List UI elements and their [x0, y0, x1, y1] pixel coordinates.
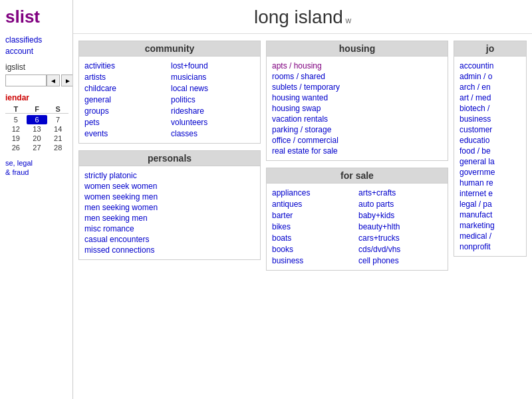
logo: slist [5, 7, 67, 27]
classifieds-link[interactable]: classifieds [5, 35, 67, 45]
personals-missed[interactable]: missed connections [84, 245, 255, 255]
cal-26[interactable]: 26 [5, 143, 27, 152]
personals-men-seeking-men[interactable]: men seeking men [84, 213, 255, 223]
account-link[interactable]: account [5, 47, 67, 56]
job-legal[interactable]: legal / pa [460, 199, 521, 209]
housing-apts[interactable]: apts / housing [272, 61, 442, 71]
cal-row-3: 19 20 21 [5, 134, 68, 143]
job-biotech[interactable]: biotech / [460, 103, 521, 114]
calendar-label: iendar [5, 93, 67, 102]
sale-appliances[interactable]: appliances [272, 188, 356, 198]
housing-office[interactable]: office / commercial [272, 135, 442, 146]
job-arch[interactable]: arch / en [460, 82, 521, 92]
housing-content: apts / housing rooms / shared sublets / … [267, 57, 448, 160]
community-localnews[interactable]: local news [171, 83, 255, 94]
job-education[interactable]: educatio [460, 135, 521, 146]
community-pets[interactable]: pets [84, 117, 168, 128]
legal-link[interactable]: se, legal [5, 159, 67, 167]
forsale-links: appliances arts+crafts antiques auto par… [272, 188, 442, 266]
cal-row-2: 12 13 14 [5, 124, 68, 134]
community-activities[interactable]: activities [84, 61, 168, 71]
community-volunteers[interactable]: volunteers [171, 117, 255, 128]
cal-27[interactable]: 27 [27, 143, 48, 152]
sale-antiques[interactable]: antiques [272, 199, 356, 209]
jobs-content: accountin admin / o arch / en art / med … [454, 57, 527, 257]
sale-books[interactable]: books [272, 244, 356, 255]
cal-14[interactable]: 14 [47, 124, 68, 134]
job-business[interactable]: business [460, 114, 521, 124]
personals-strictly-platonic[interactable]: strictly platonic [84, 170, 255, 181]
jobs-header: jo [454, 41, 527, 57]
prev-button[interactable]: ◄ [47, 74, 60, 86]
job-art[interactable]: art / med [460, 92, 521, 103]
sale-babykids[interactable]: baby+kids [358, 210, 442, 221]
job-accounting[interactable]: accountin [460, 61, 521, 71]
columns: community activities lost+found artists … [73, 34, 532, 396]
personals-misc-romance[interactable]: misc romance [84, 223, 255, 234]
cal-21[interactable]: 21 [47, 134, 68, 143]
community-politics[interactable]: politics [171, 94, 255, 105]
job-food[interactable]: food / be [460, 146, 521, 156]
cal-12[interactable]: 12 [5, 124, 27, 134]
search-input[interactable] [5, 74, 47, 86]
sale-beautyhlth[interactable]: beauty+hlth [358, 221, 442, 232]
housing-swap[interactable]: housing swap [272, 103, 442, 114]
community-childcare[interactable]: childcare [84, 83, 168, 94]
personals-men-seeking-women[interactable]: men seeking women [84, 202, 255, 213]
go-button[interactable]: ► [61, 74, 73, 86]
housing-realestate[interactable]: real estate for sale [272, 146, 442, 156]
community-groups[interactable]: groups [84, 106, 168, 116]
community-rideshare[interactable]: rideshare [171, 106, 255, 116]
personals-women-seeking-men[interactable]: women seeking men [84, 192, 255, 202]
housing-wanted[interactable]: housing wanted [272, 92, 442, 103]
sale-barter[interactable]: barter [272, 210, 356, 221]
housing-parking[interactable]: parking / storage [272, 124, 442, 135]
job-admin[interactable]: admin / o [460, 71, 521, 82]
community-events[interactable]: events [84, 128, 168, 139]
page-wrapper: slist classifieds account igslist ◄ ► ie… [0, 0, 532, 399]
job-general[interactable]: general la [460, 156, 521, 167]
cal-20[interactable]: 20 [27, 134, 48, 143]
cal-13[interactable]: 13 [27, 124, 48, 134]
col-community: community activities lost+found artists … [78, 41, 261, 390]
cal-19[interactable]: 19 [5, 134, 27, 143]
community-musicians[interactable]: musicians [171, 72, 255, 82]
sale-bikes[interactable]: bikes [272, 221, 356, 232]
community-lost[interactable]: lost+found [171, 61, 255, 71]
job-customer[interactable]: customer [460, 124, 521, 135]
job-manufacturing[interactable]: manufact [460, 209, 521, 220]
fraud-link[interactable]: & fraud [5, 168, 67, 176]
cal-28[interactable]: 28 [47, 143, 68, 152]
personals-links: strictly platonic women seek women women… [84, 170, 255, 255]
job-marketing[interactable]: marketing [460, 220, 521, 231]
sale-carstrucks[interactable]: cars+trucks [358, 233, 442, 243]
sale-boats[interactable]: boats [272, 233, 356, 243]
sale-artscrafts[interactable]: arts+crafts [358, 188, 442, 198]
housing-rooms[interactable]: rooms / shared [272, 71, 442, 82]
personals-header: personals [79, 151, 260, 166]
sale-cellphones[interactable]: cell phones [358, 255, 442, 266]
cal-6[interactable]: 6 [27, 115, 48, 124]
community-artists[interactable]: artists [84, 72, 168, 82]
job-internet[interactable]: internet e [460, 188, 521, 199]
job-human[interactable]: human re [460, 178, 521, 188]
community-general[interactable]: general [84, 94, 168, 105]
forsale-header: for sale [267, 168, 448, 184]
job-government[interactable]: governme [460, 167, 521, 178]
personals-casual[interactable]: casual encounters [84, 234, 255, 245]
sale-cdsdvd[interactable]: cds/dvd/vhs [358, 244, 442, 255]
housing-vacation[interactable]: vacation rentals [272, 114, 442, 124]
sale-business[interactable]: business [272, 255, 356, 266]
housing-sublets[interactable]: sublets / temporary [272, 82, 442, 92]
job-medical[interactable]: medical / [460, 231, 521, 241]
personals-section: personals strictly platonic women seek w… [78, 150, 261, 260]
housing-links: apts / housing rooms / shared sublets / … [272, 61, 442, 156]
community-classes[interactable]: classes [171, 128, 255, 139]
cal-7[interactable]: 7 [47, 115, 68, 124]
community-links: activities lost+found artists musicians … [84, 61, 255, 139]
personals-women-seek-women[interactable]: women seek women [84, 181, 255, 192]
cal-5[interactable]: 5 [5, 115, 27, 124]
sale-autoparts[interactable]: auto parts [358, 199, 442, 209]
cal-col-s: S [47, 105, 68, 113]
job-nonprofit[interactable]: nonprofit [460, 241, 521, 252]
